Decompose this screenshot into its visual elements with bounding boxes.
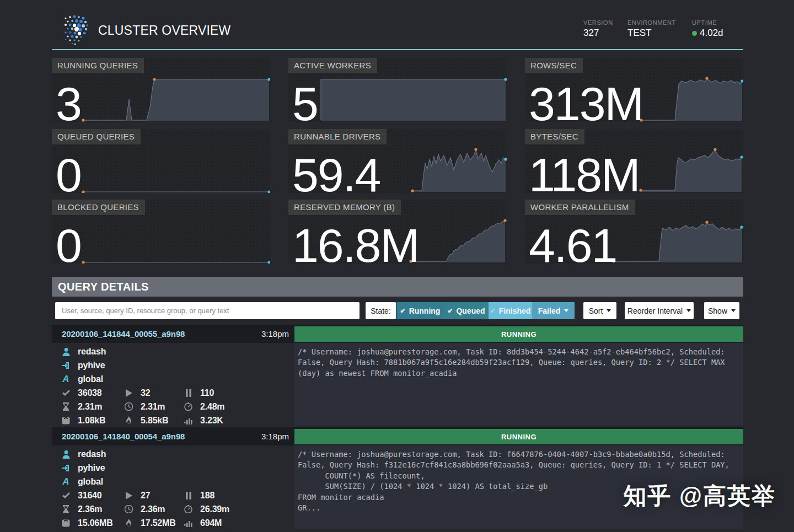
header-stat-environment: ENVIRONMENT TEST <box>627 19 676 39</box>
chevron-down-icon <box>686 309 691 312</box>
query-row: 20200106_141840_00054_a9n98 3:18pm RUNNI… <box>52 427 743 529</box>
user-icon <box>61 450 71 459</box>
uptime-status-dot <box>692 31 697 36</box>
queued-splits-icon <box>183 492 194 499</box>
query-resource-group: global <box>78 477 103 487</box>
metric-label: QUEUED QUERIES <box>52 129 141 144</box>
version-label: VERSION <box>583 19 613 26</box>
metric-card-worker-parallelism: WORKER PARALLELISM 4.61 <box>525 200 743 264</box>
running-splits-icon <box>124 492 134 499</box>
environment-value: TEST <box>627 28 676 39</box>
app-logo <box>62 14 91 45</box>
query-status-badge: RUNNING <box>294 326 743 342</box>
completed-splits-icon <box>61 389 71 397</box>
metric-value: 0 <box>56 228 81 263</box>
wall-time-icon <box>124 402 134 411</box>
reorder-interval-dropdown[interactable]: Reorder Interval <box>625 302 694 319</box>
metric-label: WORKER PARALLELISM <box>525 200 635 215</box>
environment-label: ENVIRONMENT <box>627 19 676 26</box>
metric-card-bytes-sec: BYTES/SEC 118M <box>525 129 743 193</box>
query-row: 20200106_141844_00055_a9n98 3:18pm RUNNI… <box>52 325 743 426</box>
query-user: redash <box>78 449 106 459</box>
metric-card-active-workers: ACTIVE WORKERS 5 <box>288 58 507 122</box>
rows-icon <box>183 519 194 527</box>
metric-label: ROWS/SEC <box>525 58 583 73</box>
metric-label: BYTES/SEC <box>525 129 584 144</box>
metric-card-reserved-memory: RESERVED MEMORY (B) 16.8M <box>288 200 507 264</box>
wall-time-icon <box>124 505 134 513</box>
state-filter-running[interactable]: ✔Running <box>396 302 444 319</box>
queued-splits-icon <box>183 389 194 397</box>
metric-card-blocked-queries: BLOCKED QUERIES 0 <box>52 200 270 264</box>
resource-group-icon: A <box>61 476 71 487</box>
source-icon <box>61 361 71 370</box>
check-icon: ✔ <box>490 307 496 315</box>
running-splits-icon <box>124 389 134 397</box>
completed-splits-icon <box>61 492 71 499</box>
queued-time-icon <box>61 505 71 513</box>
state-filter-failed[interactable]: Failed <box>532 302 575 319</box>
state-label: State: <box>366 302 396 319</box>
metric-label: RESERVED MEMORY (B) <box>288 200 401 215</box>
user-icon <box>61 347 71 356</box>
query-user: redash <box>78 347 106 357</box>
metric-value: 16.8M <box>292 228 419 263</box>
source-icon <box>61 464 71 472</box>
metric-label: ACTIVE WORKERS <box>288 58 377 73</box>
watermark: 知乎 @高英举 <box>623 481 776 512</box>
network-icon <box>124 416 134 424</box>
resource-group-icon: A <box>61 374 71 385</box>
query-details-title: QUERY DETAILS <box>58 281 149 293</box>
cpu-time-icon <box>183 505 194 513</box>
search-input[interactable] <box>55 302 360 319</box>
query-resource-group: global <box>78 374 103 384</box>
metric-label: RUNNABLE DRIVERS <box>288 129 387 144</box>
version-value: 327 <box>583 28 613 39</box>
header-stat-version: VERSION 327 <box>583 19 613 39</box>
memory-icon <box>61 519 71 527</box>
queued-time-icon <box>61 402 71 411</box>
uptime-label: UPTIME <box>692 19 723 26</box>
query-status-badge: RUNNING <box>294 429 743 444</box>
metric-value: 313M <box>529 86 643 121</box>
metric-label: RUNNING QUERIES <box>52 58 144 73</box>
metric-card-rows-sec: ROWS/SEC 313M <box>525 58 743 122</box>
header-divider <box>52 49 743 50</box>
query-meta-panel: redash pyhive Aglobal 36038 32 110 2.31m… <box>52 343 294 426</box>
metric-value: 3 <box>56 86 81 121</box>
network-icon <box>124 519 134 527</box>
metric-value: 59.4 <box>292 157 380 192</box>
metric-card-running-queries: RUNNING QUERIES 3 <box>52 58 270 122</box>
query-details-header: QUERY DETAILS <box>52 277 743 297</box>
chevron-down-icon <box>731 309 736 312</box>
rows-icon <box>183 417 194 424</box>
state-filter-queued[interactable]: ✔Queued <box>444 302 489 319</box>
query-id[interactable]: 20200106_141840_00054_a9n98 <box>62 432 185 441</box>
check-icon: ✔ <box>400 307 406 315</box>
metric-value: 118M <box>529 157 640 192</box>
check-icon: ✔ <box>447 307 453 315</box>
query-time: 3:18pm <box>261 329 289 338</box>
header-stat-uptime: UPTIME 4.02d <box>692 19 723 39</box>
query-source: pyhive <box>78 361 105 370</box>
show-dropdown[interactable]: Show <box>704 302 739 319</box>
query-text[interactable]: /* Username: joshua@purestorage.com, Tas… <box>294 343 743 426</box>
metric-value: 0 <box>56 157 81 192</box>
query-time: 3:18pm <box>261 432 289 441</box>
metric-value: 4.61 <box>529 228 616 263</box>
query-id[interactable]: 20200106_141844_00055_a9n98 <box>62 329 185 338</box>
page-title: CLUSTER OVERVIEW <box>98 23 231 38</box>
chevron-down-icon <box>564 309 568 312</box>
sort-dropdown[interactable]: Sort <box>583 302 616 319</box>
metric-card-runnable-drivers: RUNNABLE DRIVERS 59.4 <box>288 129 507 193</box>
metric-card-queued-queries: QUEUED QUERIES 0 <box>52 129 270 193</box>
memory-icon <box>61 417 71 424</box>
metric-value: 5 <box>292 86 318 121</box>
metric-cards-grid: RUNNING QUERIES 3 ACTIVE WORKERS 5 ROWS/… <box>52 58 743 264</box>
uptime-value: 4.02d <box>700 28 723 39</box>
chevron-down-icon <box>607 309 611 312</box>
query-meta-panel: redash pyhive Aglobal 31640 27 188 2.36m… <box>52 445 294 529</box>
cpu-time-icon <box>183 402 194 411</box>
state-filter-finished[interactable]: ✔Finished <box>489 302 532 319</box>
metric-label: BLOCKED QUERIES <box>52 200 145 215</box>
